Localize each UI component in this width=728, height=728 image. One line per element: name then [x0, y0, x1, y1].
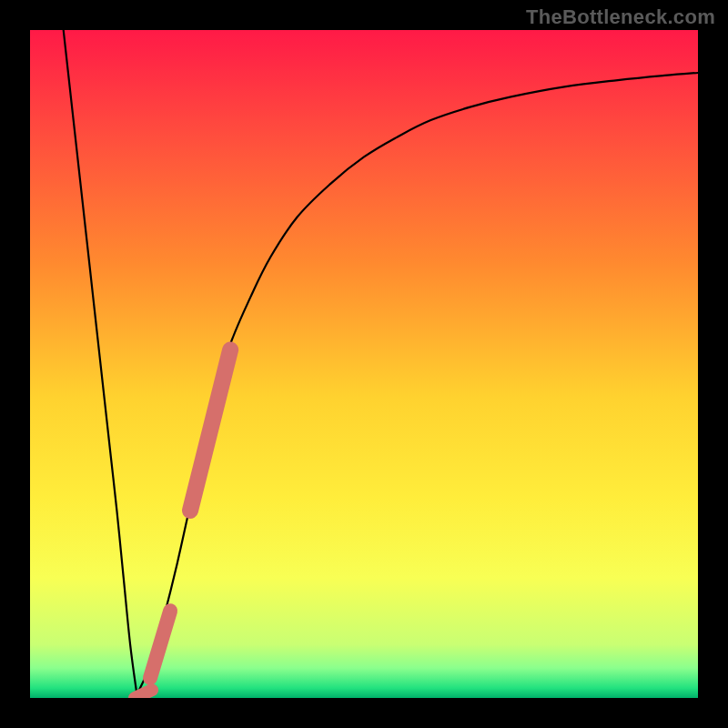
watermark: TheBottleneck.com: [526, 5, 715, 29]
svg-rect-0: [30, 30, 698, 698]
chart-stage: TheBottleneck.com: [0, 0, 728, 728]
plot-area: [30, 30, 698, 698]
background-gradient: [30, 30, 698, 698]
